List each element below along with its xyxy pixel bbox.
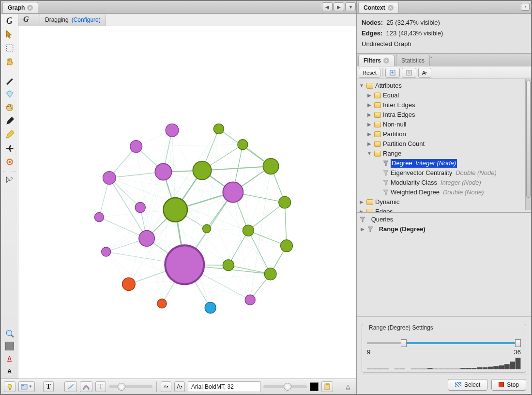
tree-intra-edges[interactable]: ▶Intra Edges: [358, 110, 530, 120]
pencil-tool[interactable]: [4, 129, 15, 140]
palette-tool[interactable]: [4, 102, 15, 113]
svg-rect-151: [372, 369, 378, 369]
tab-prev-button[interactable]: ◀: [322, 2, 333, 11]
magnifier-reset-icon[interactable]: [4, 328, 15, 339]
svg-point-132: [94, 212, 104, 221]
tab-context[interactable]: Context ×: [358, 2, 399, 13]
tab-filters-label: Filters: [364, 57, 381, 64]
svg-line-36: [243, 144, 248, 230]
font-field[interactable]: Arial-BoldMT, 32: [188, 381, 260, 392]
edges-label: Edges:: [362, 30, 382, 37]
svg-rect-174: [499, 365, 504, 369]
tree-dynamic[interactable]: ▶Dynamic: [358, 197, 530, 207]
svg-rect-156: [400, 369, 405, 369]
tree-equal[interactable]: ▶Equal: [358, 91, 530, 100]
tree-edges[interactable]: ▶Edges: [358, 207, 530, 212]
airplane-tool[interactable]: [4, 143, 15, 154]
svg-line-50: [207, 229, 248, 231]
tree-range-modclass[interactable]: Modularity ClassInteger (Node): [358, 178, 530, 188]
lightbulb-button[interactable]: [4, 381, 15, 392]
reset-button[interactable]: Reset: [359, 68, 380, 78]
tab-statistics[interactable]: Statistics: [396, 55, 430, 66]
tree-scrollbar[interactable]: [525, 79, 531, 210]
svg-line-29: [184, 129, 219, 265]
text-color-a-icon[interactable]: A: [4, 353, 15, 364]
svg-rect-162: [433, 369, 438, 369]
font-larger-button[interactable]: A▾: [174, 381, 185, 392]
tree-partition-count[interactable]: ▶Partition Count: [358, 139, 530, 149]
svg-line-20: [136, 144, 243, 146]
panel-minimize-button[interactable]: ▫: [430, 54, 432, 66]
brush-tool[interactable]: [4, 75, 15, 86]
svg-point-120: [139, 231, 154, 246]
svg-rect-165: [449, 369, 455, 369]
select-button[interactable]: Select: [448, 379, 487, 391]
bottom-bar: ▼ T T A▾ A▾ Arial-BoldMT, 32: [1, 379, 356, 394]
svg-point-123: [166, 124, 179, 137]
svg-rect-167: [460, 368, 466, 369]
range-handle-max[interactable]: [515, 339, 521, 347]
close-icon[interactable]: ×: [27, 5, 33, 11]
text-color-b-icon[interactable]: A: [4, 366, 15, 377]
edge-curve-icon[interactable]: [80, 381, 92, 392]
tree-partition[interactable]: ▶Partition: [358, 129, 530, 139]
svg-point-139: [8, 384, 12, 388]
range-handle-min[interactable]: [401, 339, 407, 347]
svg-rect-173: [493, 366, 499, 369]
save-filter-button[interactable]: [402, 68, 416, 78]
edge-straight-icon[interactable]: [64, 381, 77, 392]
clipboard-button[interactable]: [321, 381, 333, 392]
svg-rect-153: [383, 369, 389, 369]
hand-tool[interactable]: [4, 56, 15, 67]
pen-tool[interactable]: [4, 116, 15, 126]
tab-next-button[interactable]: ▶: [334, 2, 344, 11]
svg-rect-170: [477, 367, 482, 369]
graph-canvas[interactable]: [18, 26, 356, 379]
pointer-tool[interactable]: [4, 29, 15, 40]
font-smaller-button[interactable]: A▾: [161, 381, 171, 392]
tab-graph[interactable]: Graph ×: [2, 2, 38, 13]
tree-attributes[interactable]: ▼Attributes: [358, 81, 530, 91]
query-range-degree[interactable]: ▶ Range (Degree): [359, 224, 529, 234]
svg-point-118: [155, 163, 171, 180]
tree-range-wdeg[interactable]: Weighted DegreeDouble (Node): [358, 188, 530, 197]
svg-point-125: [238, 140, 248, 150]
svg-line-12: [248, 166, 271, 231]
tree-inter-edges[interactable]: ▶Inter Edges: [358, 100, 530, 110]
export-filter-button[interactable]: [385, 68, 400, 78]
background-swatch[interactable]: [4, 341, 15, 351]
text-button[interactable]: T: [43, 381, 54, 392]
tree-range[interactable]: ▼Range: [358, 149, 530, 158]
close-icon[interactable]: ×: [383, 58, 389, 63]
svg-line-47: [109, 178, 287, 246]
text-disabled-button[interactable]: T: [95, 381, 106, 392]
range-slider[interactable]: [367, 339, 521, 348]
edge-weight-slider[interactable]: [109, 385, 152, 388]
rect-select-tool[interactable]: [4, 43, 15, 53]
svg-line-108: [228, 231, 248, 266]
tree-range-eigen[interactable]: Eigenvector CentralityDouble (Node): [358, 168, 530, 178]
svg-rect-177: [516, 358, 521, 369]
tree-range-degree[interactable]: Degree Integer (Node): [358, 158, 530, 168]
svg-rect-163: [439, 369, 444, 369]
panel-minimize-button[interactable]: ▫: [521, 3, 530, 11]
label-size-slider[interactable]: [263, 385, 307, 388]
tab-filters[interactable]: Filters ×: [358, 55, 395, 66]
mode-bar: G Dragging (Configure): [18, 14, 356, 26]
diamond-tool[interactable]: [4, 89, 15, 99]
labels-toggle[interactable]: ▼: [18, 381, 35, 392]
svg-line-43: [147, 238, 162, 303]
svg-point-116: [223, 182, 243, 203]
expand-handle-icon[interactable]: [343, 381, 353, 392]
stop-button[interactable]: Stop: [491, 379, 526, 391]
label-color-swatch[interactable]: [310, 382, 319, 391]
tree-non-null[interactable]: ▶Non-null: [358, 120, 530, 129]
gear-tool[interactable]: [4, 157, 15, 167]
queries-header[interactable]: Queries: [359, 215, 529, 224]
nodes-label: Nodes:: [362, 19, 383, 26]
whatsthis-tool[interactable]: ?: [4, 175, 15, 186]
font-filter-button[interactable]: A▸: [418, 68, 431, 78]
close-icon[interactable]: ×: [388, 5, 394, 11]
configure-link[interactable]: (Configure): [72, 16, 101, 23]
tab-menu-button[interactable]: ▾: [345, 2, 356, 11]
